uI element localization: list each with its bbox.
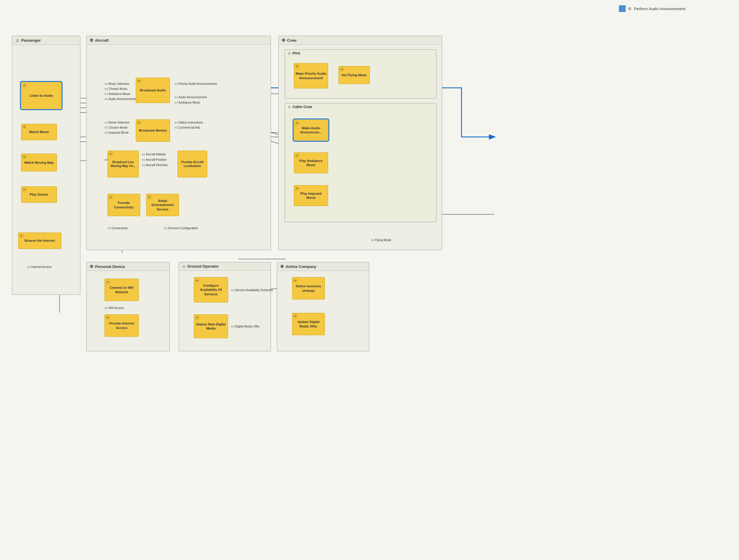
or-badge-watch-map: or xyxy=(22,154,27,159)
ambiance-right-label: ⊳|Ambiance Music xyxy=(174,101,200,104)
personal-device-title: ⚙ Personal Device xyxy=(87,262,169,271)
or-badge-play-games: or xyxy=(22,187,27,192)
legend-color-box xyxy=(619,5,625,12)
chosen-music-label: ⊳|Chosen Music xyxy=(105,87,127,91)
direction-label: ⊳|Aircraft Direction xyxy=(142,163,168,167)
browse-internet-box[interactable]: or Browse the Internet xyxy=(18,233,61,249)
safety-instructions-label: ⊳|Safety Instructions xyxy=(174,121,203,124)
play-imposed-movie-box[interactable]: or Play Imposed Movie xyxy=(294,185,328,206)
wifi-access-label: ⊳|Wifi Access xyxy=(105,306,124,310)
cabin-crew-title: ☺ Cabin Crew xyxy=(285,103,436,110)
cabin-crew-swimlane: ☺ Cabin Crew or Make Audio Announcem... … xyxy=(285,103,437,222)
deploy-digital-media-box[interactable]: or Deploy New Digital Media xyxy=(194,314,228,338)
or-badge-deploy: or xyxy=(195,315,199,320)
or-badge-priority: or xyxy=(295,64,300,69)
imposed-movie-label: ⊳|Imposed Movie xyxy=(105,131,129,134)
or-badge-configure: or xyxy=(195,278,199,283)
music-selection-label: ⊳|Music Selection xyxy=(105,82,130,86)
watch-movie-box[interactable]: or Watch Movie xyxy=(21,124,57,140)
connectivity-label: ⊳|Connectivity xyxy=(108,227,128,230)
airline-company-swimlane: ⚙ Airline Company or Define business str… xyxy=(277,262,369,351)
airline-company-title: ⚙ Airline Company xyxy=(277,262,369,271)
position-label: ⊳|Aircraft Position xyxy=(142,158,167,161)
listen-audio-box[interactable]: or Listen to Audio xyxy=(21,82,61,109)
flying-mode-label: ⊳|Flying Mode xyxy=(371,239,391,242)
watch-moving-map-box[interactable]: or Watch Moving Map xyxy=(21,154,57,171)
airline-gear-icon: ⚙ xyxy=(280,264,284,269)
or-badge-internet: or xyxy=(105,315,110,320)
altitude-label: ⊳|Aircraft Altitude xyxy=(142,153,166,156)
aircraft-swimlane: ⚙ Aircraft ⊳|Music Selection ⊳|Chosen Mu… xyxy=(86,36,271,250)
or-badge-adapt: or xyxy=(147,195,152,199)
or-badge-strategy: or xyxy=(293,278,298,283)
personal-device-gear-icon: ⚙ xyxy=(90,264,94,269)
priority-audio-label: ⊳|Priority Audio Announcement xyxy=(174,82,217,86)
personal-device-swimlane: ⚙ Personal Device or Connect to Wifi Net… xyxy=(86,262,170,351)
or-badge-connectivity: or xyxy=(108,195,113,199)
legend: ⚙ Perform Audio Announcement xyxy=(619,5,686,12)
ground-operator-swimlane: ☺ Ground Operator or Configure Availabil… xyxy=(179,262,271,351)
play-ambiance-music-box[interactable]: or Play Ambiance Music xyxy=(294,152,328,173)
internet-access-label: ⊳| Internet Access xyxy=(27,265,51,269)
or-badge-update: or xyxy=(293,314,298,318)
aircraft-gear-icon: ⚙ xyxy=(90,38,94,42)
movie-selection-label: ⊳|Movie Selection xyxy=(105,121,130,124)
digital-media-offer-label: ⊳|Digital Media Offer xyxy=(231,325,260,328)
passenger-person-icon: ☺ xyxy=(15,38,20,43)
make-audio-announcement-box[interactable]: or Make Audio Announcem... xyxy=(294,120,328,141)
or-badge-audio-ann: or xyxy=(295,121,300,125)
connect-wifi-box[interactable]: or Connect to Wifi Network xyxy=(105,279,139,301)
define-business-strategy-box[interactable]: or Define business strategy xyxy=(292,277,325,299)
ground-operator-title: ☺ Ground Operator xyxy=(179,262,271,271)
provide-internet-box[interactable]: or Provide Internet Access xyxy=(105,314,139,337)
or-badge-flying: or xyxy=(339,67,344,72)
update-digital-media-box[interactable]: or Update Digital Media Offer xyxy=(292,313,325,335)
legend-icon: ⚙ xyxy=(628,7,631,11)
pilot-swimlane: ☺ Pilot or Make Priority Audio Announcem… xyxy=(285,49,437,99)
audio-announcement-label: ⊳|Audio Announcement xyxy=(105,97,137,101)
play-games-box[interactable]: or Play Games xyxy=(21,186,57,203)
commercial-ads-label: ⊳|Commercial Ads xyxy=(174,126,200,129)
crew-gear-icon: ⚙ xyxy=(282,38,286,42)
pilot-title: ☺ Pilot xyxy=(285,50,436,56)
broadcast-movies-box[interactable]: or Broadcast Movies xyxy=(136,119,170,142)
provide-connectivity-box[interactable]: or Provide Connectivity xyxy=(108,194,140,216)
service-availability-label: ⊳|Service Availability Schemes xyxy=(231,288,273,292)
audio-ann-right-label: ⊳|Audio Announcement xyxy=(174,96,207,99)
broadcast-live-map-box[interactable]: or Broadcast Live Moving-Map Ch... xyxy=(108,151,139,177)
make-priority-audio-box[interactable]: or Make Priority Audio Announcement xyxy=(294,63,328,89)
services-config-label: ⊳|Services Configuration xyxy=(164,227,198,230)
or-badge-live-map: or xyxy=(108,152,113,156)
or-badge-ambiance: or xyxy=(295,153,300,158)
adapt-entertainment-box[interactable]: or Adapt Entertainment Service xyxy=(146,194,179,216)
broadcast-audio-box[interactable]: or Broadcast Audio xyxy=(136,78,170,103)
or-badge-watch-movie: or xyxy=(22,125,27,130)
passenger-title: ☺ Passenger xyxy=(12,36,80,45)
chosen-movie-label: ⊳|Chosen Movie xyxy=(105,126,128,129)
or-badge-broadcast-movies: or xyxy=(137,120,141,125)
passenger-swimlane: ☺ Passenger or Listen to Audio or Watch … xyxy=(12,36,81,295)
configure-availability-box[interactable]: or Configure Availability Of Services xyxy=(194,277,228,302)
or-badge-browse: or xyxy=(19,234,24,238)
aircraft-title: ⚙ Aircraft xyxy=(87,36,271,45)
crew-swimlane: ⚙ Crew ☺ Pilot or Make Priority Audio An… xyxy=(278,36,442,250)
or-badge-imposed: or xyxy=(295,186,300,191)
set-flying-mode-box[interactable]: or Set Flying Mode xyxy=(338,66,370,84)
crew-title: ⚙ Crew xyxy=(279,36,442,45)
ambiance-music-label: ⊳|Ambiance Music xyxy=(105,92,130,96)
or-badge-listen: or xyxy=(22,83,27,88)
or-badge-broadcast-audio: or xyxy=(137,79,141,83)
or-badge-wifi: or xyxy=(105,280,110,284)
provide-localization-box[interactable]: Provide Aircraft Localization xyxy=(177,151,207,177)
legend-label: Perform Audio Announcement xyxy=(634,7,686,11)
